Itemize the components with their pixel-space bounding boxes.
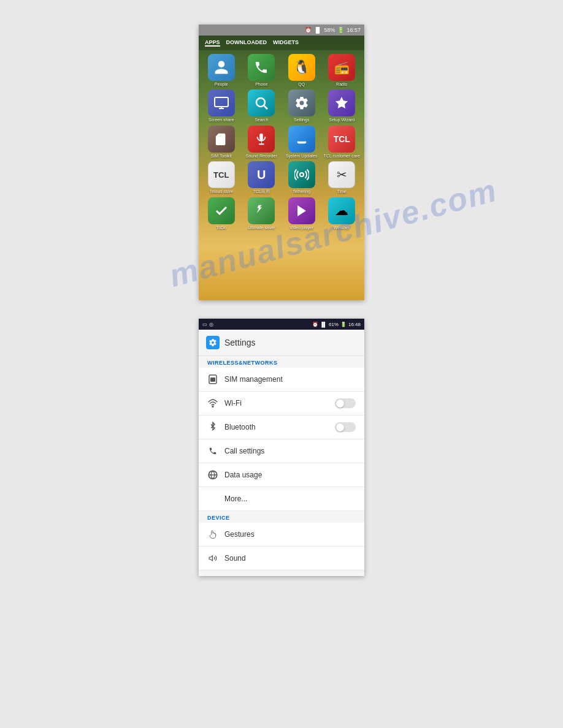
call-settings-item[interactable]: Call settings <box>199 439 364 463</box>
list-item[interactable]: Search <box>243 89 281 123</box>
notification-icon2: ◎ <box>209 322 213 327</box>
list-item[interactable]: 📻 Radio <box>323 54 361 87</box>
tab-apps[interactable]: APPS <box>205 39 220 47</box>
sim-management-item[interactable]: SIM management <box>199 368 364 392</box>
battery-pct-2: 61% <box>329 322 339 327</box>
gestures-label: Gestures <box>224 530 356 539</box>
list-item[interactable]: U TCL应用 <box>243 161 281 194</box>
settings-gear-icon <box>206 336 220 349</box>
list-item[interactable]: Settings <box>283 89 321 123</box>
bluetooth-label: Bluetooth <box>224 423 329 431</box>
bluetooth-toggle-knob <box>336 423 344 431</box>
svg-marker-4 <box>297 205 306 216</box>
data-usage-item[interactable]: Data usage <box>199 463 364 487</box>
store-icon: TCL <box>208 161 235 188</box>
battery-icon-2: 🔋 <box>340 322 347 327</box>
sound-icon <box>207 553 218 564</box>
people-icon <box>208 54 235 81</box>
app-label: TCL customer care <box>324 154 360 159</box>
list-item[interactable]: Phone <box>243 54 281 87</box>
app-label: Ultimate saver <box>248 226 275 230</box>
app-drawer-bg: APPS DOWNLOADED WIDGETS People <box>199 36 364 300</box>
sim-management-icon <box>207 374 218 385</box>
more-label: More... <box>224 495 356 503</box>
list-item[interactable]: ☁ Weather <box>323 197 361 230</box>
status-bar-1: ⏰ ▐▌ 58% 🔋 16:57 <box>199 25 364 36</box>
updates-icon <box>288 126 315 153</box>
list-item[interactable]: TCL TCL customer care <box>323 126 361 159</box>
app-label: System Updates <box>286 154 317 159</box>
time-display-2: 16:48 <box>348 322 361 327</box>
tab-bar: APPS DOWNLOADED WIDGETS <box>199 36 364 50</box>
phone-screen-1: ⏰ ▐▌ 58% 🔋 16:57 APPS DOWNLOADED WIDGETS <box>199 25 364 300</box>
radio-icon: 📻 <box>328 54 355 81</box>
list-item[interactable]: Tethering <box>283 161 321 194</box>
list-item[interactable]: System Updates <box>283 126 321 159</box>
wireless-section-header: WIRELESS&NETWORKS <box>199 356 364 368</box>
list-item[interactable]: TCL Teloud store <box>202 161 240 194</box>
app-label: Setup Wizard <box>329 118 354 123</box>
app-label: People <box>215 82 228 87</box>
list-item[interactable]: SIM Toolkit <box>202 126 240 159</box>
list-item[interactable]: Ultimate saver <box>243 197 281 230</box>
video-icon <box>288 197 315 224</box>
list-item[interactable]: Setup Wizard <box>323 89 361 123</box>
svg-point-7 <box>212 406 213 407</box>
tab-downloaded[interactable]: DOWNLOADED <box>226 39 267 47</box>
list-item[interactable]: People <box>202 54 240 87</box>
sound-item[interactable]: Sound <box>199 547 364 571</box>
app-label: Screen share <box>209 118 234 123</box>
wifi-toggle[interactable] <box>335 398 356 408</box>
phone-icon <box>248 54 275 81</box>
app-label: Time <box>337 189 347 194</box>
data-usage-label: Data usage <box>224 471 356 479</box>
sim-management-label: SIM management <box>224 375 356 384</box>
svg-line-2 <box>264 106 268 110</box>
app-label: ToDo <box>216 226 226 230</box>
app-label: TCL应用 <box>253 189 270 194</box>
status-left: ▭ ◎ <box>202 322 213 327</box>
app-label: Radio <box>336 82 347 87</box>
app-label: Teloud store <box>210 189 233 194</box>
tethering-icon <box>288 161 315 188</box>
bluetooth-toggle[interactable] <box>335 422 356 432</box>
search-icon <box>248 89 275 116</box>
sim-icon <box>208 126 235 153</box>
signal-icon: ▐▌ <box>320 322 327 327</box>
settings-icon <box>288 89 315 116</box>
app-label: Search <box>255 118 268 123</box>
gestures-item[interactable]: Gestures <box>199 523 364 547</box>
svg-point-1 <box>256 98 265 107</box>
notification-icon: ▭ <box>202 322 207 327</box>
list-item[interactable]: ToDo <box>202 197 240 230</box>
bluetooth-item[interactable]: Bluetooth <box>199 415 364 439</box>
time-icon: ✂ <box>328 161 355 188</box>
more-item[interactable]: More... <box>199 487 364 511</box>
screenshare-icon <box>208 89 235 116</box>
battery-pct: 58% <box>324 27 335 33</box>
battery-icon: 🔋 <box>337 27 344 33</box>
svg-rect-0 <box>215 97 228 107</box>
svg-point-3 <box>300 173 304 176</box>
signal-icon: ▐▌ <box>314 27 322 33</box>
list-item[interactable]: ✂ Time <box>323 161 361 194</box>
gestures-icon <box>207 529 218 540</box>
ultimate-icon <box>248 197 275 224</box>
phone-screen-2: ▭ ◎ ⏰ ▐▌ 61% 🔋 16:48 Settings WIRELESS&N… <box>199 319 364 576</box>
svg-marker-9 <box>209 556 212 561</box>
svg-rect-6 <box>210 377 215 382</box>
app-label: Settings <box>294 118 309 123</box>
wifi-toggle-knob <box>336 400 344 408</box>
clock-icon: ⏰ <box>305 27 312 33</box>
status-bar-2: ▭ ◎ ⏰ ▐▌ 61% 🔋 16:48 <box>199 319 364 330</box>
bluetooth-icon <box>207 422 218 433</box>
list-item[interactable]: 🐧 QQ <box>283 54 321 87</box>
list-item[interactable]: Screen share <box>202 89 240 123</box>
list-item[interactable]: Video player <box>283 197 321 230</box>
tcl-icon: TCL <box>328 126 355 153</box>
setup-icon <box>328 89 355 116</box>
list-item[interactable]: Sound Recorder <box>243 126 281 159</box>
tab-widgets[interactable]: WIDGETS <box>273 39 299 47</box>
wifi-item[interactable]: Wi-Fi <box>199 392 364 415</box>
device-section-header: DEVICE <box>199 511 364 523</box>
